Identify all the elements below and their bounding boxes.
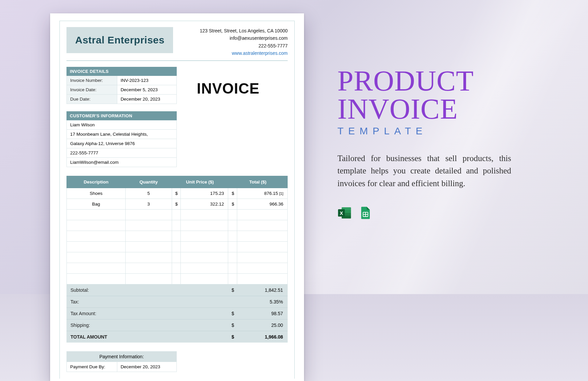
total-label: Shipping: [66, 320, 228, 331]
company-phone: 222-555-7777 [200, 42, 288, 49]
customer-line: LiamWilson@email.com [66, 158, 177, 167]
customer-line-text: Galaxy Alpha-12, Universe 9876 [67, 139, 176, 148]
format-icons: X [337, 206, 511, 220]
customer-line-text: Liam Wilson [67, 120, 176, 129]
company-name: Astral Enterprises [75, 34, 164, 46]
invoice-detail-row: Invoice Date:December 5, 2023 [66, 85, 177, 95]
invoice-detail-key: Invoice Number: [67, 76, 117, 85]
totals-panel: Subtotal:$1,842.51Tax:5.35%Tax Amount:$9… [66, 284, 288, 343]
invoice-detail-row: Invoice Number:INV-2023-123 [66, 76, 177, 85]
promo-subtitle: TEMPLATE [337, 125, 511, 137]
payment-info-panel: Payment Information: Payment Due By:Dece… [66, 351, 177, 372]
invoice-detail-value: INV-2023-123 [117, 76, 176, 85]
excel-icon: X [337, 206, 352, 220]
payment-info-heading: Payment Information: [66, 351, 177, 362]
promo-title-line1: PRODUCT [337, 65, 474, 97]
svg-text:X: X [340, 211, 343, 216]
currency-symbol: $ [228, 320, 238, 331]
total-row: Tax:5.35% [66, 296, 288, 307]
total-row: Shipping:$25.00 [66, 319, 288, 331]
customer-line: 17 Moonbeam Lane, Celestial Heights, [66, 130, 177, 139]
line-item-row-empty [67, 220, 288, 231]
customer-heading: CUSTOMER'S INFORMATION [66, 111, 177, 120]
currency-symbol: $ [228, 331, 238, 343]
invoice-title: INVOICE [197, 80, 260, 97]
company-email: info@aexusenterprises.com [200, 34, 288, 42]
line-item-row-empty [67, 263, 288, 273]
total-value: 5.35% [238, 296, 288, 307]
header-divider [66, 60, 288, 61]
google-sheets-icon [358, 206, 373, 220]
item-qty: 5 [126, 188, 172, 199]
payment-key: Payment Due By: [67, 362, 117, 372]
currency-symbol: $ [172, 199, 181, 209]
promo-title-line2: INVOICE [337, 93, 458, 125]
item-unit-price: 175.23 [181, 188, 228, 199]
line-item-row-empty [67, 241, 288, 252]
line-item-row-empty [67, 273, 288, 284]
total-value: 98.57 [238, 308, 288, 319]
total-value: 1,966.08 [238, 331, 288, 343]
items-header-cell: Description [67, 176, 126, 188]
line-item-row-empty [67, 231, 288, 241]
total-row: Subtotal:$1,842.51 [66, 284, 288, 296]
line-items-table: DescriptionQuantityUnit Price ($)Total (… [66, 176, 288, 284]
item-total: 966.36 [237, 199, 287, 209]
payment-value: December 20, 2023 [117, 362, 176, 372]
customer-panel: CUSTOMER'S INFORMATION Liam Wilson17 Moo… [66, 111, 177, 167]
invoice-details-heading: INVOICE DETAILS [66, 67, 177, 76]
item-desc: Bag [67, 199, 126, 209]
currency-symbol [228, 296, 238, 307]
line-item-row-empty [67, 209, 288, 220]
payment-row: Payment Due By:December 20, 2023 [66, 362, 177, 372]
currency-symbol: $ [228, 199, 237, 209]
customer-line: Liam Wilson [66, 120, 177, 130]
invoice-detail-key: Due Date: [67, 95, 117, 104]
company-contact: 123 Street, Street, Los Angeles, CA 1000… [200, 27, 288, 57]
item-qty: 3 [126, 199, 172, 209]
currency-symbol: $ [228, 284, 238, 296]
total-value: 1,842.51 [238, 284, 288, 296]
items-header-cell: Total ($) [228, 176, 288, 188]
line-item-row: Bag3$322.12$966.36 [67, 199, 288, 209]
currency-symbol: $ [228, 188, 237, 199]
currency-symbol: $ [172, 188, 181, 199]
invoice-detail-value: December 5, 2023 [117, 85, 176, 94]
line-item-row: Shoes5$175.23$876.15 [1] [67, 188, 288, 199]
invoice-document: Astral Enterprises 123 Street, Street, L… [50, 13, 304, 381]
customer-line-text: 17 Moonbeam Lane, Celestial Heights, [67, 130, 176, 139]
customer-line-text: LiamWilson@email.com [67, 158, 176, 167]
item-unit-price: 322.12 [181, 199, 228, 209]
customer-line: Galaxy Alpha-12, Universe 9876 [66, 139, 177, 148]
invoice-detail-value: December 20, 2023 [117, 95, 176, 104]
invoice-detail-key: Invoice Date: [67, 85, 117, 94]
currency-symbol: $ [228, 308, 238, 319]
items-header-cell: Unit Price ($) [172, 176, 228, 188]
company-address: 123 Street, Street, Los Angeles, CA 1000… [200, 27, 288, 34]
company-website-link[interactable]: www.astralenterprises.com [232, 50, 288, 56]
line-item-row-empty [67, 252, 288, 263]
total-row: Tax Amount:$98.57 [66, 307, 288, 319]
item-total: 876.15 [1] [237, 188, 287, 199]
customer-line: 222-555-7777 [66, 148, 177, 158]
promo-block: PRODUCT INVOICE TEMPLATE Tailored for bu… [337, 67, 511, 220]
invoice-details-panel: INVOICE DETAILS Invoice Number:INV-2023-… [66, 67, 177, 104]
promo-title: PRODUCT INVOICE [337, 67, 511, 123]
total-label: TOTAL AMOUNT [66, 331, 228, 343]
items-header-cell: Quantity [126, 176, 172, 188]
item-desc: Shoes [67, 188, 126, 199]
total-label: Tax: [66, 296, 228, 307]
total-label: Tax Amount: [66, 308, 228, 319]
invoice-detail-row: Due Date:December 20, 2023 [66, 95, 177, 104]
total-value: 25.00 [238, 320, 288, 331]
promo-description: Tailored for businesses that sell produc… [337, 152, 511, 190]
total-row: TOTAL AMOUNT$1,966.08 [66, 331, 288, 343]
company-logo-box: Astral Enterprises [66, 27, 173, 53]
total-label: Subtotal: [66, 284, 228, 296]
customer-line-text: 222-555-7777 [67, 148, 176, 157]
